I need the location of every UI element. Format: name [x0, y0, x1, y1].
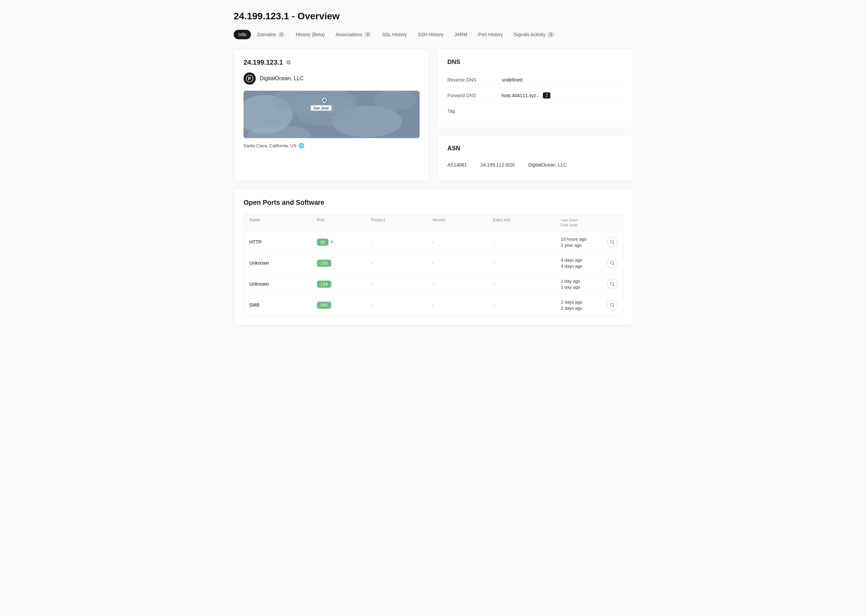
tab-ssh-history[interactable]: SSH History	[413, 30, 448, 39]
svg-point-7	[374, 91, 416, 111]
row-actions-1	[601, 258, 618, 269]
col-version-header: Version	[432, 218, 493, 228]
svg-rect-1	[248, 77, 249, 80]
ip-address-text: 24.199.123.1	[244, 58, 283, 66]
row-version-0: -	[432, 239, 493, 245]
row-port-2: 139	[317, 281, 371, 288]
tab-ssh-history-label: SSH History	[418, 32, 444, 37]
row-product-0: -	[371, 239, 432, 245]
org-logo	[244, 72, 256, 85]
row-name-2: Unknown	[249, 281, 317, 287]
row-lastseen-2: 1 day ago 1 day ago	[561, 278, 601, 290]
tab-jarm-label: JARM	[455, 32, 467, 37]
row-extra-0: -	[493, 239, 561, 245]
row-extra-3: -	[493, 302, 561, 308]
row-lastseen-0: 10 hours ago 1 year ago	[561, 237, 601, 248]
page-title: 24.199.123.1 - Overview	[234, 11, 633, 22]
dns-forward-badge[interactable]: 2	[543, 93, 551, 99]
dns-row-forward: Forward DNS host.404111.xyz... 2	[447, 88, 623, 104]
port-badge-3[interactable]: 445	[317, 302, 331, 309]
row-extra-2: -	[493, 281, 561, 287]
port-badge-0[interactable]: 80	[317, 239, 329, 246]
col-extra-header: Extra Info	[493, 218, 561, 228]
svg-line-14	[613, 264, 615, 266]
tab-port-history[interactable]: Port History	[474, 30, 508, 39]
row-lastseen-3: 2 days ago 2 days ago	[561, 300, 601, 311]
row-version-2: -	[432, 281, 493, 287]
col-product-header: Product	[371, 218, 432, 228]
tab-domains-badge: 2	[278, 32, 285, 37]
dns-row-tag: Tag	[447, 104, 623, 118]
search-button-3[interactable]	[607, 300, 618, 310]
org-name: DigitalOcean, LLC	[260, 75, 304, 82]
asn-range: 24.199.112.0/20	[481, 162, 515, 168]
map-container: San Jose	[244, 91, 420, 138]
org-row: DigitalOcean, LLC	[244, 72, 420, 85]
tab-history-label: History (Beta)	[296, 32, 325, 37]
ip-address-row: 24.199.123.1 ⧉	[244, 58, 420, 66]
tab-info-label: Info	[238, 32, 246, 37]
dns-row-reverse: Reverse DNS undefined	[447, 72, 623, 88]
tab-signals-badge: 0	[547, 32, 554, 37]
col-name-header: Name	[249, 218, 317, 228]
svg-rect-2	[250, 77, 251, 79]
asn-card: ASN AS14061 24.199.112.0/20 DigitalOcean…	[437, 135, 633, 181]
tab-jarm[interactable]: JARM	[450, 30, 472, 39]
tab-associations-badge: 0	[364, 32, 371, 37]
svg-line-12	[613, 243, 615, 244]
tab-associations[interactable]: Associations 0	[331, 30, 376, 39]
row-actions-0	[601, 237, 618, 247]
map-city-label: San Jose	[310, 105, 332, 111]
row-actions-2	[601, 278, 618, 289]
location-text: Santa Clara, California, US 🌐	[244, 143, 420, 148]
copy-ip-icon[interactable]: ⧉	[286, 60, 290, 66]
tab-domains[interactable]: Domains 2	[252, 30, 290, 39]
ports-table: Name Port Product Version Extra Info Las…	[244, 214, 623, 316]
table-row: Unknown 135 - - - 4 days ago 4 days ago	[244, 253, 623, 274]
asn-id[interactable]: AS14061	[447, 162, 467, 168]
dns-card: DNS Reverse DNS undefined Forward DNS ho…	[437, 49, 633, 128]
dns-tag-label: Tag	[447, 108, 502, 114]
dns-forward-label: Forward DNS	[447, 93, 502, 98]
row-lastseen-1: 4 days ago 4 days ago	[561, 258, 601, 269]
dns-title: DNS	[447, 58, 623, 66]
open-ports-section: Open Ports and Software Name Port Produc…	[234, 189, 633, 325]
col-port-header: Port	[317, 218, 371, 228]
ext-link-icon-0[interactable]: ⧉	[330, 239, 334, 245]
col-lastseen-header: Last Seen First Seen	[561, 218, 601, 228]
search-button-0[interactable]	[607, 237, 618, 247]
table-row: SMB 445 - - - 2 days ago 2 days ago	[244, 295, 623, 316]
dns-forward-value: host.404111.xyz...	[502, 93, 540, 98]
asn-title: ASN	[447, 145, 623, 152]
table-header: Name Port Product Version Extra Info Las…	[244, 214, 623, 232]
tab-associations-label: Associations	[336, 32, 362, 37]
port-badge-1[interactable]: 135	[317, 259, 331, 267]
search-button-1[interactable]	[607, 258, 618, 269]
open-ports-title: Open Ports and Software	[244, 199, 623, 206]
tab-ssl-history[interactable]: SSL History	[377, 30, 411, 39]
info-card: 24.199.123.1 ⧉ DigitalOcean, LLC	[234, 49, 430, 181]
table-row: HTTP 80 ⧉ - - - 10 hours ago 1 year ago	[244, 232, 623, 253]
svg-line-16	[613, 285, 615, 286]
port-badge-2[interactable]: 139	[317, 281, 331, 288]
tab-history[interactable]: History (Beta)	[291, 30, 329, 39]
row-version-3: -	[432, 302, 493, 308]
row-product-1: -	[371, 260, 432, 266]
tab-info[interactable]: Info	[234, 30, 251, 39]
row-name-1: Unknown	[249, 260, 317, 266]
tab-signals[interactable]: Signals Activity 0	[509, 30, 559, 39]
tab-ssl-history-label: SSL History	[382, 32, 407, 37]
asn-org: DigitalOcean, LLC	[528, 162, 567, 168]
search-button-2[interactable]	[607, 278, 618, 289]
row-extra-1: -	[493, 260, 561, 266]
row-port-3: 445	[317, 302, 371, 309]
tab-bar: Info Domains 2 History (Beta) Associatio…	[234, 30, 633, 39]
svg-line-18	[613, 306, 615, 307]
row-name-3: SMB	[249, 302, 317, 308]
row-product-3: -	[371, 302, 432, 308]
tab-domains-label: Domains	[257, 32, 276, 37]
row-port-0: 80 ⧉	[317, 239, 371, 246]
row-actions-3	[601, 300, 618, 310]
location-label: Santa Clara, California, US	[244, 143, 296, 148]
globe-icon: 🌐	[298, 143, 304, 148]
